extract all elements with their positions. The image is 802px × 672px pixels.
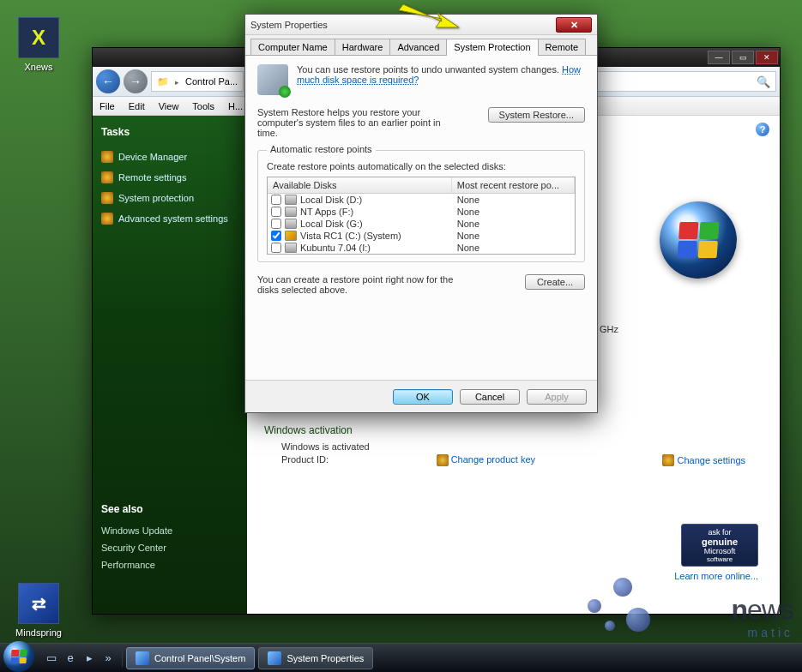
menu-view[interactable]: View — [159, 101, 179, 111]
col-recent-restore[interactable]: Most recent restore po... — [452, 177, 575, 193]
task-remote-settings[interactable]: Remote settings — [101, 167, 238, 188]
close-button[interactable]: ✕ — [756, 51, 778, 64]
quick-launch: ▭ e ▸ » — [38, 650, 123, 667]
tab-remote[interactable]: Remote — [538, 39, 587, 55]
ie-icon[interactable]: e — [62, 650, 79, 667]
disk-name: Kubuntu 7.04 (I:) — [300, 243, 371, 253]
link-security-center[interactable]: Security Center — [101, 539, 238, 556]
media-icon[interactable]: ▸ — [81, 650, 98, 667]
disk-row[interactable]: Vista RC1 (C:) (System)None — [268, 230, 575, 242]
disk-row[interactable]: Local Disk (D:)None — [268, 194, 575, 206]
menu-tools[interactable]: Tools — [192, 101, 214, 111]
learn-more-link[interactable]: Learn more online... — [674, 571, 758, 581]
apply-button[interactable]: Apply — [527, 389, 587, 405]
menu-file[interactable]: File — [99, 101, 115, 111]
disk-checkbox[interactable] — [271, 243, 281, 253]
create-help-text: You can create a restore point right now… — [257, 274, 455, 295]
tasks-header: Tasks — [101, 126, 238, 138]
back-button[interactable]: ← — [96, 69, 120, 93]
shield-icon — [101, 171, 113, 183]
product-id-label: Product ID: — [281, 454, 410, 466]
breadcrumb-item[interactable]: Control Pa... — [185, 76, 238, 87]
change-settings-link[interactable]: Change settings — [662, 454, 746, 466]
taskbar: ▭ e ▸ » Control Panel\System System Prop… — [0, 643, 802, 672]
search-icon[interactable]: 🔍 — [757, 75, 770, 88]
menu-help[interactable]: H... — [228, 101, 243, 111]
disk-checkbox[interactable] — [271, 219, 281, 229]
link-performance[interactable]: Performance — [101, 556, 238, 573]
help-icon[interactable]: ? — [756, 123, 769, 136]
window-icon — [136, 651, 149, 665]
close-button[interactable]: ✕ — [556, 17, 592, 33]
desktop-icon-xnews[interactable]: X Xnews — [9, 17, 69, 72]
shield-icon — [101, 151, 113, 163]
disk-restore: None — [452, 243, 575, 253]
automatic-restore-group: Automatic restore points Create restore … — [257, 150, 585, 262]
forward-button[interactable]: → — [124, 69, 148, 93]
taskbar-item-control-panel[interactable]: Control Panel\System — [126, 647, 255, 669]
disk-name: Local Disk (G:) — [300, 219, 363, 229]
dialog-footer: OK Cancel Apply — [245, 380, 597, 412]
link-windows-update[interactable]: Windows Update — [101, 522, 238, 539]
col-available-disks[interactable]: Available Disks — [268, 177, 452, 193]
shield-icon — [437, 454, 449, 466]
group-caption: Create restore points automatically on t… — [267, 161, 576, 171]
tab-advanced[interactable]: Advanced — [389, 39, 447, 55]
desktop-icon-mindspring[interactable]: ⇄ Mindspring — [9, 583, 69, 638]
show-desktop-icon[interactable]: ▭ — [43, 650, 60, 667]
disk-restore: None — [452, 195, 575, 205]
shield-icon — [101, 192, 113, 204]
task-system-protection[interactable]: System protection — [101, 188, 238, 208]
dialog-title: System Properties — [250, 20, 328, 30]
disk-checkbox[interactable] — [271, 231, 281, 241]
activation-status: Windows is activated — [281, 441, 370, 452]
ok-button[interactable]: OK — [393, 389, 453, 405]
create-button[interactable]: Create... — [525, 274, 585, 290]
windows-logo — [660, 201, 737, 279]
group-legend: Automatic restore points — [267, 144, 376, 154]
change-product-key-link[interactable]: Change product key — [451, 454, 535, 465]
disk-row[interactable]: Kubuntu 7.04 (I:)None — [268, 242, 575, 254]
icon-label: Xnews — [9, 62, 69, 72]
svg-marker-0 — [399, 4, 459, 27]
restore-icon — [257, 64, 288, 95]
disk-name: NT Apps (F:) — [300, 207, 353, 217]
disk-checkbox[interactable] — [271, 195, 281, 205]
disk-icon — [285, 219, 297, 229]
breadcrumb[interactable]: 📁 Control Pa... — [151, 71, 244, 92]
tab-hardware[interactable]: Hardware — [335, 39, 391, 55]
tab-computer-name[interactable]: Computer Name — [250, 39, 335, 55]
minimize-button[interactable]: — — [708, 51, 730, 64]
disk-row[interactable]: NT Apps (F:)None — [268, 206, 575, 218]
taskbar-item-system-properties[interactable]: System Properties — [258, 647, 373, 669]
menu-edit[interactable]: Edit — [129, 101, 145, 111]
activation-header: Windows activation — [264, 424, 763, 436]
system-properties-dialog: System Properties ✕ Computer Name Hardwa… — [244, 14, 598, 413]
disk-icon — [285, 207, 297, 217]
shield-icon — [662, 454, 674, 466]
disk-checkbox[interactable] — [271, 207, 281, 217]
task-device-manager[interactable]: Device Manager — [101, 147, 238, 167]
info-text: You can use restore points to undo unwan… — [297, 64, 585, 85]
disk-icon — [285, 195, 297, 205]
tab-system-protection[interactable]: System Protection — [446, 39, 538, 56]
disks-list[interactable]: Local Disk (D:)NoneNT Apps (F:)NoneLocal… — [268, 194, 575, 254]
disk-row[interactable]: Local Disk (G:)None — [268, 218, 575, 230]
disks-table: Available Disks Most recent restore po..… — [267, 177, 576, 255]
shield-icon — [101, 213, 113, 225]
start-button[interactable] — [3, 641, 34, 672]
disk-icon — [285, 231, 297, 241]
maximize-button[interactable]: ▭ — [732, 51, 754, 64]
disk-restore: None — [452, 231, 575, 241]
disk-name: Local Disk (D:) — [300, 195, 362, 205]
disk-restore: None — [452, 207, 575, 217]
chevron-right-icon[interactable]: » — [99, 650, 117, 667]
task-advanced-settings[interactable]: Advanced system settings — [101, 208, 238, 229]
icon-label: Mindspring — [9, 627, 69, 638]
app-icon: X — [18, 17, 59, 58]
genuine-badge: ask for genuine Microsoft software — [681, 524, 758, 567]
disk-name: Vista RC1 (C:) (System) — [300, 231, 401, 241]
app-icon: ⇄ — [18, 583, 59, 624]
cancel-button[interactable]: Cancel — [460, 389, 520, 405]
system-restore-button[interactable]: System Restore... — [488, 107, 585, 123]
